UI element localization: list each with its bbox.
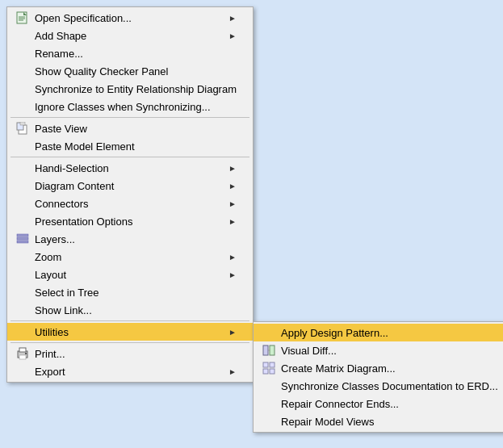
menu-item-handi-selection[interactable]: Handi-Selection ►	[7, 159, 253, 177]
submenu-item-repair-model-views[interactable]: Repair Model Views	[254, 412, 503, 430]
add-shape-label: Add Shape	[35, 30, 220, 42]
svg-rect-0	[17, 12, 27, 23]
print-label: Print...	[35, 348, 237, 360]
submenu-item-apply-design-pattern[interactable]: Apply Design Pattern... ⬌	[254, 324, 503, 341]
svg-point-21	[25, 353, 27, 354]
menu-item-add-shape[interactable]: Add Shape ►	[7, 27, 253, 44]
show-quality-label: Show Quality Checker Panel	[35, 65, 237, 77]
paste-view-icon	[14, 122, 31, 135]
create-matrix-diagram-label: Create Matrix Diagram...	[281, 362, 498, 375]
repair-connector-ends-label: Repair Connector Ends...	[281, 398, 498, 410]
show-link-label: Show Link...	[35, 304, 237, 316]
apply-design-pattern-label: Apply Design Pattern...	[281, 327, 498, 339]
svg-rect-10	[17, 241, 28, 243]
menu-item-presentation-options[interactable]: Presentation Options ►	[7, 212, 253, 230]
menu-item-print[interactable]: Print...	[7, 345, 253, 362]
open-spec-arrow: ►	[228, 14, 237, 23]
utilities-submenu: Apply Design Pattern... ⬌ Visual Diff...	[253, 321, 503, 433]
menu-item-open-spec[interactable]: Open Specification... ►	[7, 9, 253, 27]
menu-item-sync-erd[interactable]: Synchronize to Entity Relationship Diagr…	[7, 80, 253, 98]
zoom-arrow: ►	[228, 253, 237, 262]
separator-1	[10, 117, 249, 118]
paste-model-label: Paste Model Element	[35, 140, 237, 153]
menu-item-show-link[interactable]: Show Link...	[7, 301, 253, 319]
layout-arrow: ►	[228, 270, 237, 279]
menu-item-diagram-content[interactable]: Diagram Content ►	[7, 177, 253, 195]
export-arrow: ►	[228, 367, 237, 376]
menu-item-zoom[interactable]: Zoom ►	[7, 248, 253, 266]
menu-item-layout[interactable]: Layout ►	[7, 266, 253, 283]
main-context-menu: Open Specification... ► Add Shape ► Rena…	[6, 6, 254, 383]
diagram-content-label: Diagram Content	[35, 180, 220, 192]
handi-selection-arrow: ►	[228, 164, 237, 173]
submenu-item-create-matrix-diagram[interactable]: Create Matrix Diagram...	[254, 359, 503, 377]
paste-view-label: Paste View	[35, 123, 237, 135]
svg-rect-8	[17, 234, 28, 237]
menu-item-ignore-classes[interactable]: Ignore Classes when Synchronizing...	[7, 98, 253, 115]
svg-rect-11	[263, 345, 268, 355]
submenu-item-sync-classes-doc[interactable]: Synchronize Classes Documentation to ERD…	[254, 377, 503, 395]
menu-item-select-in-tree[interactable]: Select in Tree	[7, 283, 253, 301]
layers-icon	[14, 233, 31, 245]
presentation-options-label: Presentation Options	[35, 216, 220, 228]
create-matrix-diagram-icon	[260, 362, 278, 375]
menu-item-utilities[interactable]: Utilities ► Apply Design Pattern... ⬌	[7, 323, 253, 341]
separator-3	[10, 320, 249, 321]
diagram-content-arrow: ►	[228, 182, 237, 191]
svg-rect-20	[19, 355, 26, 359]
export-label: Export	[35, 366, 220, 378]
utilities-label: Utilities	[35, 326, 220, 338]
submenu-item-repair-connector-ends[interactable]: Repair Connector Ends...	[254, 395, 503, 412]
menu-item-paste-view[interactable]: Paste View	[7, 119, 253, 137]
svg-rect-7	[20, 122, 25, 125]
open-spec-label: Open Specification...	[35, 12, 220, 24]
utilities-arrow: ►	[228, 328, 237, 337]
svg-rect-12	[270, 345, 275, 355]
connectors-arrow: ►	[228, 199, 237, 208]
svg-rect-9	[17, 237, 28, 240]
submenu-item-visual-diff[interactable]: Visual Diff...	[254, 341, 503, 359]
menu-item-connectors[interactable]: Connectors ►	[7, 195, 253, 212]
presentation-options-arrow: ►	[228, 217, 237, 226]
connectors-label: Connectors	[35, 198, 220, 210]
svg-rect-17	[270, 369, 275, 374]
add-shape-arrow: ►	[228, 31, 237, 40]
svg-rect-16	[263, 369, 268, 374]
print-icon	[14, 347, 31, 360]
svg-rect-15	[270, 362, 275, 367]
separator-2	[10, 157, 249, 157]
svg-rect-19	[19, 348, 26, 352]
menu-item-export[interactable]: Export ►	[7, 362, 253, 380]
layout-label: Layout	[35, 269, 220, 281]
menu-item-paste-model[interactable]: Paste Model Element	[7, 137, 253, 155]
menu-item-rename[interactable]: Rename...	[7, 44, 253, 62]
svg-rect-14	[263, 362, 268, 367]
ignore-classes-label: Ignore Classes when Synchronizing...	[35, 101, 237, 113]
menu-item-show-quality[interactable]: Show Quality Checker Panel	[7, 62, 253, 80]
open-spec-icon	[14, 11, 31, 24]
rename-label: Rename...	[35, 48, 237, 60]
layers-label: Layers...	[35, 233, 237, 245]
repair-model-views-label: Repair Model Views	[281, 416, 498, 428]
select-in-tree-label: Select in Tree	[35, 287, 237, 299]
menu-item-layers[interactable]: Layers...	[7, 230, 253, 248]
sync-classes-doc-label: Synchronize Classes Documentation to ERD…	[281, 380, 498, 392]
separator-4	[10, 342, 249, 343]
context-menu: Open Specification... ► Add Shape ► Rena…	[6, 6, 254, 383]
visual-diff-icon	[260, 344, 278, 357]
handi-selection-label: Handi-Selection	[35, 162, 220, 174]
zoom-label: Zoom	[35, 251, 220, 263]
sync-erd-label: Synchronize to Entity Relationship Diagr…	[35, 83, 237, 95]
visual-diff-label: Visual Diff...	[281, 345, 498, 357]
